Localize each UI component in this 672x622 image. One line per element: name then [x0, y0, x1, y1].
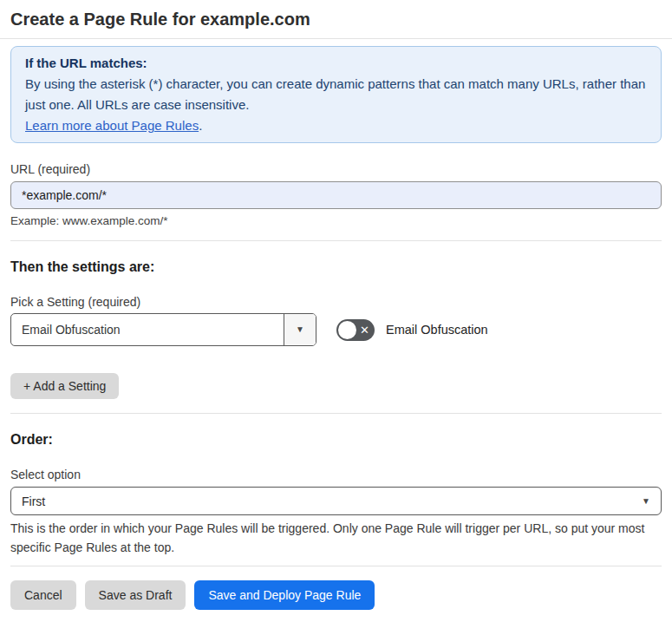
learn-more-link[interactable]: Learn more about Page Rules [25, 118, 199, 133]
order-description: This is the order in which your Page Rul… [10, 519, 662, 557]
order-select-value: First [22, 494, 45, 508]
save-and-deploy-button[interactable]: Save and Deploy Page Rule [194, 580, 375, 610]
toggle-label: Email Obfuscation [386, 323, 488, 337]
footer-divider [10, 566, 662, 566]
url-match-info-box: If the URL matches: By using the asteris… [10, 46, 662, 143]
info-box-body: By using the asterisk (*) character, you… [25, 74, 647, 115]
url-example-text: Example: www.example.com/* [10, 214, 662, 228]
save-as-draft-button[interactable]: Save as Draft [85, 580, 186, 610]
section-divider [10, 240, 662, 241]
pick-setting-label: Pick a Setting (required) [10, 295, 662, 310]
url-input[interactable] [10, 181, 662, 209]
settings-section-heading: Then the settings are: [10, 259, 662, 276]
info-box-link-line: Learn more about Page Rules. [25, 115, 647, 136]
page-rule-form: Create a Page Rule for example.com If th… [0, 0, 672, 622]
email-obfuscation-toggle[interactable]: ✕ [336, 319, 375, 341]
order-section-heading: Order: [10, 431, 662, 448]
setting-select-value: Email Obfuscation [11, 314, 284, 345]
title-divider [0, 38, 672, 39]
cancel-button[interactable]: Cancel [10, 580, 76, 610]
setting-select[interactable]: Email Obfuscation ▼ [10, 313, 316, 346]
chevron-down-icon: ▼ [642, 497, 650, 506]
setting-select-arrow-segment: ▼ [284, 314, 316, 345]
order-select-label: Select option [10, 468, 662, 482]
section-divider [10, 413, 662, 414]
url-field-label: URL (required) [10, 162, 662, 177]
order-select[interactable]: First ▼ [10, 487, 662, 515]
add-setting-button[interactable]: + Add a Setting [10, 373, 119, 399]
toggle-off-x-icon: ✕ [360, 324, 369, 336]
page-title: Create a Page Rule for example.com [10, 8, 662, 30]
chevron-down-icon: ▼ [296, 325, 304, 334]
setting-row: Email Obfuscation ▼ ✕ Email Obfuscation [10, 313, 662, 346]
footer-actions: Cancel Save as Draft Save and Deploy Pag… [10, 580, 662, 610]
toggle-knob [338, 321, 356, 339]
link-suffix: . [199, 118, 202, 133]
info-box-heading: If the URL matches: [25, 53, 647, 74]
